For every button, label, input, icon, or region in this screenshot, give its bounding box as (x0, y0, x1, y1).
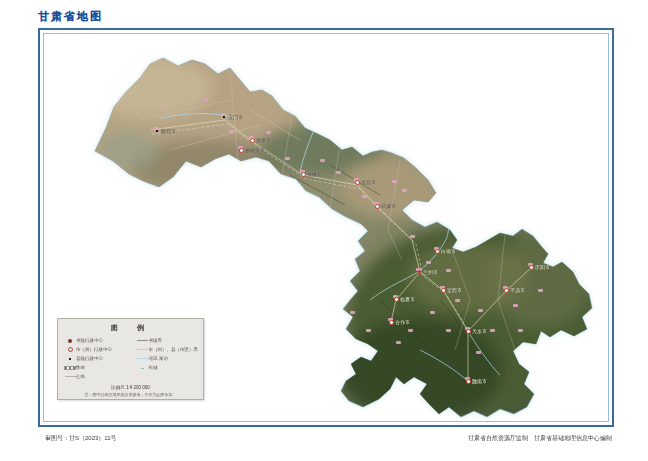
railway-icon (64, 366, 76, 370)
legend-box: 图 例 省级行政中心 市（州）行政中心 县级行政中心 铁路 (57, 318, 204, 400)
map-page: 甘肃省地图 敦煌市玉门市酒泉市嘉峪关市张掖市金昌市武威市白银市★兰州市临夏市合作… (0, 0, 648, 461)
legend-item: 市（州）行政中心 (58, 345, 131, 354)
legend-title: 图 例 (58, 323, 203, 333)
prefecture-center-icon (64, 347, 76, 352)
legend-note: 注：图中行政区域界线仅供参考，不作为划界依据。 (58, 392, 203, 397)
legend-item-label: 省级界 (149, 338, 163, 343)
page-title: 甘肃省地图 (38, 9, 103, 24)
legend-right-column: 省级界 市（州）、县（市区）界 河流 湖泊 ~ 长城 (131, 336, 204, 381)
legend-item: 铁路 (58, 363, 131, 372)
road-icon (64, 376, 76, 377)
county-center-icon (64, 358, 76, 360)
legend-item: 省级界 (131, 336, 204, 345)
legend-item-label: 公路 (76, 374, 85, 379)
legend-item-label: 市（州）行政中心 (76, 347, 112, 352)
legend-item: 省级行政中心 (58, 336, 131, 345)
legend-item: 县级行政中心 (58, 354, 131, 363)
legend-item-label: 省级行政中心 (76, 338, 103, 343)
legend-item-label: 长城 (149, 365, 158, 370)
legend-item-label: 河流 湖泊 (149, 356, 168, 361)
great-wall-icon: ~ (137, 367, 149, 369)
scale-label: 比例尺 1:4 200 000 (58, 385, 203, 390)
producer-attribution: 甘肃省自然资源厅监制 甘肃省基础地理信息中心编制 (468, 434, 612, 443)
legend-item: 河流 湖泊 (131, 354, 204, 363)
city-county-boundary-icon (137, 349, 149, 350)
legend-left-column: 省级行政中心 市（州）行政中心 县级行政中心 铁路 公路 (58, 336, 131, 381)
legend-item: ~ 长城 (131, 363, 204, 372)
legend-item: 公路 (58, 372, 131, 381)
province-boundary-icon (137, 340, 149, 341)
legend-item-label: 铁路 (76, 365, 85, 370)
provincial-capital-icon (64, 339, 76, 343)
legend-item: 市（州）、县（市区）界 (131, 345, 204, 354)
legend-item-label: 县级行政中心 (76, 356, 103, 361)
legend-item-label: 市（州）、县（市区）界 (149, 347, 199, 352)
river-icon (137, 358, 149, 360)
approval-number: 审图号：甘S（2023）11号 (45, 434, 117, 443)
